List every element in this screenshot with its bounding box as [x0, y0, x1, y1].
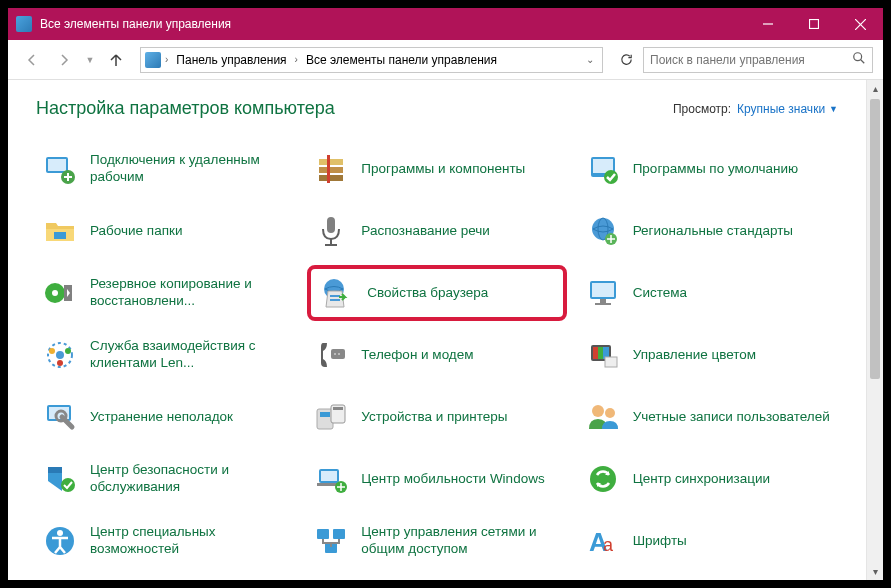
- svg-rect-18: [327, 217, 335, 233]
- chevron-right-icon[interactable]: ›: [295, 54, 298, 65]
- cp-item-security[interactable]: Центр безопасности и обслуживания: [36, 451, 295, 507]
- svg-point-25: [52, 290, 58, 296]
- cp-item-accessibility[interactable]: Центр специальных возможностей: [36, 513, 295, 569]
- svg-point-36: [57, 360, 63, 366]
- view-selector[interactable]: Крупные значки ▼: [737, 102, 838, 116]
- cp-item-work-folders[interactable]: Рабочие папки: [36, 203, 295, 259]
- svg-rect-58: [321, 471, 337, 481]
- cp-item-service[interactable]: Служба взаимодействия с клиентами Len...: [36, 327, 295, 383]
- address-dropdown[interactable]: ⌄: [582, 54, 598, 65]
- cp-item-label: Учетные записи пользователей: [633, 409, 830, 426]
- cp-item-label: Шрифты: [633, 533, 687, 550]
- svg-rect-28: [330, 299, 340, 301]
- security-icon: [40, 459, 80, 499]
- refresh-button[interactable]: [613, 47, 639, 73]
- svg-rect-44: [598, 347, 603, 359]
- vertical-scrollbar[interactable]: ▴ ▾: [866, 80, 883, 580]
- scroll-down-button[interactable]: ▾: [867, 563, 883, 580]
- cp-item-default-programs[interactable]: Программы по умолчанию: [579, 141, 838, 197]
- cp-item-label: Региональные стандарты: [633, 223, 793, 240]
- titlebar: Все элементы панели управления: [8, 8, 883, 40]
- svg-text:a: a: [603, 535, 614, 555]
- cp-item-label: Рабочие папки: [90, 223, 182, 240]
- items-grid: Подключения к удаленным рабочимПрограммы…: [36, 141, 838, 580]
- cp-item-internet-options[interactable]: Свойства браузера: [307, 265, 566, 321]
- cp-item-label: Распознавание речи: [361, 223, 490, 240]
- system-icon: [583, 273, 623, 313]
- cp-item-remote-desktop[interactable]: Подключения к удаленным рабочим: [36, 141, 295, 197]
- search-icon[interactable]: [852, 51, 866, 68]
- cp-item-phone[interactable]: Телефон и модем: [307, 327, 566, 383]
- svg-rect-43: [593, 347, 598, 359]
- page-title: Настройка параметров компьютера: [36, 98, 673, 119]
- up-button[interactable]: [102, 46, 130, 74]
- cp-item-label: Свойства браузера: [367, 285, 488, 302]
- remote-desktop-icon: [40, 149, 80, 189]
- cp-item-system[interactable]: Система: [579, 265, 838, 321]
- search-input[interactable]: [650, 53, 846, 67]
- svg-point-40: [338, 353, 340, 355]
- window-title: Все элементы панели управления: [40, 17, 745, 31]
- svg-point-55: [605, 408, 615, 418]
- svg-rect-7: [48, 159, 66, 171]
- back-button[interactable]: [18, 46, 46, 74]
- control-panel-window: Все элементы панели управления ▼ › Панел…: [8, 8, 883, 580]
- cp-item-mobility[interactable]: Центр мобильности Windows: [307, 451, 566, 507]
- svg-line-5: [861, 60, 865, 64]
- svg-rect-53: [333, 407, 343, 410]
- svg-rect-51: [320, 412, 330, 417]
- navbar: ▼ › Панель управления › Все элементы пан…: [8, 40, 883, 80]
- svg-point-37: [56, 351, 64, 359]
- scroll-track[interactable]: [867, 379, 883, 563]
- cp-item-label: Центр управления сетями и общим доступом: [361, 524, 562, 558]
- forward-button[interactable]: [50, 46, 78, 74]
- svg-point-63: [57, 530, 63, 536]
- breadcrumb-root[interactable]: Панель управления: [172, 51, 290, 69]
- cp-item-label: Центр специальных возможностей: [90, 524, 291, 558]
- internet-options-icon: [317, 273, 357, 313]
- main-panel: Настройка параметров компьютера Просмотр…: [8, 80, 866, 580]
- users-icon: [583, 397, 623, 437]
- cp-item-programs[interactable]: Программы и компоненты: [307, 141, 566, 197]
- minimize-button[interactable]: [745, 8, 791, 40]
- cp-item-label: Служба взаимодействия с клиентами Len...: [90, 338, 291, 372]
- cp-item-backup[interactable]: Резервное копирование и восстановлени...: [36, 265, 295, 321]
- cp-item-label: Центр синхронизации: [633, 471, 770, 488]
- svg-point-35: [65, 348, 71, 354]
- search-box[interactable]: [643, 47, 873, 73]
- cp-item-color[interactable]: Управление цветом: [579, 327, 838, 383]
- mobility-icon: [311, 459, 351, 499]
- cp-item-label: Центр мобильности Windows: [361, 471, 544, 488]
- cp-item-power[interactable]: Электропитание: [36, 575, 295, 580]
- svg-rect-11: [319, 175, 343, 181]
- maximize-button[interactable]: [791, 8, 837, 40]
- scroll-up-button[interactable]: ▴: [867, 80, 883, 97]
- svg-point-34: [49, 348, 55, 354]
- cp-item-speech[interactable]: Распознавание речи: [307, 203, 566, 259]
- svg-rect-30: [592, 283, 614, 297]
- scroll-thumb[interactable]: [870, 99, 880, 379]
- svg-rect-12: [327, 155, 330, 183]
- close-button[interactable]: [837, 8, 883, 40]
- breadcrumb-current[interactable]: Все элементы панели управления: [302, 51, 501, 69]
- cp-item-users[interactable]: Учетные записи пользователей: [579, 389, 838, 445]
- devices-icon: [311, 397, 351, 437]
- sync-icon: [583, 459, 623, 499]
- cp-item-label: Резервное копирование и восстановлени...: [90, 276, 291, 310]
- svg-rect-46: [605, 357, 617, 367]
- cp-item-devices[interactable]: Устройства и принтеры: [307, 389, 566, 445]
- cp-item-fonts[interactable]: AaШрифты: [579, 513, 838, 569]
- svg-rect-10: [319, 167, 343, 173]
- cp-item-troubleshoot[interactable]: Устранение неполадок: [36, 389, 295, 445]
- svg-point-39: [334, 353, 336, 355]
- svg-point-4: [854, 53, 862, 61]
- address-bar[interactable]: › Панель управления › Все элементы панел…: [140, 47, 603, 73]
- cp-item-label: Устранение неполадок: [90, 409, 233, 426]
- svg-rect-17: [54, 232, 66, 239]
- cp-item-region[interactable]: Региональные стандарты: [579, 203, 838, 259]
- cp-item-sync[interactable]: Центр синхронизации: [579, 451, 838, 507]
- recent-dropdown[interactable]: ▼: [82, 46, 98, 74]
- cp-item-network[interactable]: Центр управления сетями и общим доступом: [307, 513, 566, 569]
- speech-icon: [311, 211, 351, 251]
- chevron-right-icon[interactable]: ›: [165, 54, 168, 65]
